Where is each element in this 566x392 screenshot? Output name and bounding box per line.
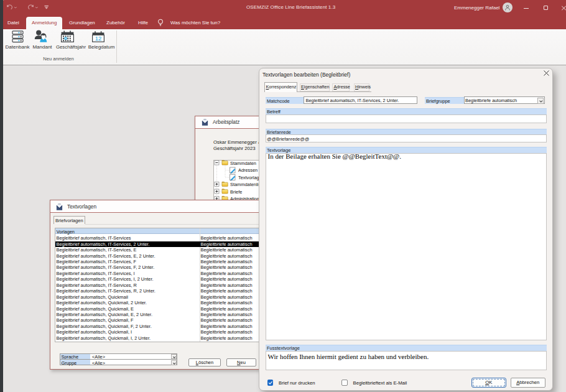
svg-text:12: 12: [95, 35, 102, 42]
